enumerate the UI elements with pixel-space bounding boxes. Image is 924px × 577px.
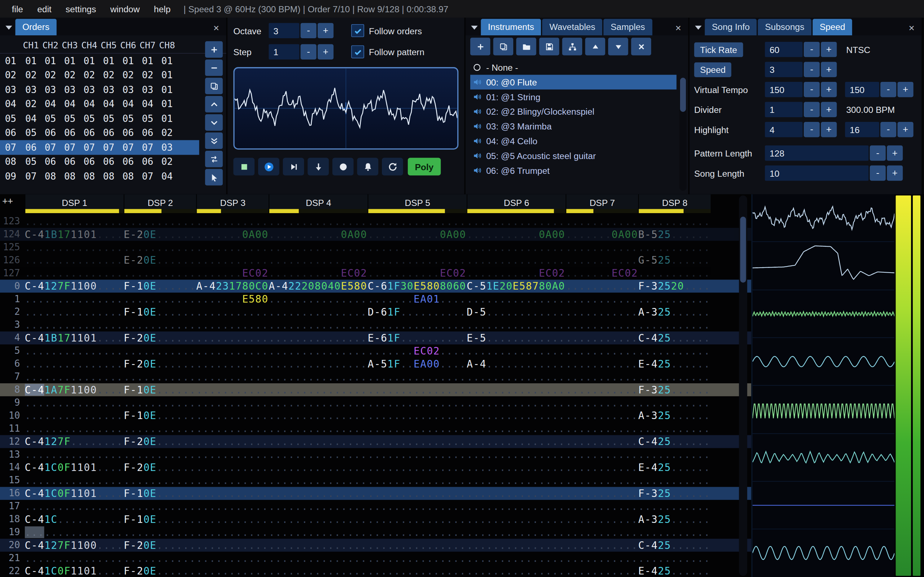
song-length-input[interactable]: 10: [765, 166, 868, 181]
pattern-cell[interactable]: ...........: [124, 500, 196, 513]
pattern-cell[interactable]: F-10E......: [124, 487, 196, 500]
pattern-cell[interactable]: ...........: [638, 396, 711, 409]
pattern-cell[interactable]: ...........: [565, 396, 638, 409]
pattern-cell[interactable]: ...........EC02: [268, 267, 367, 280]
order-cell[interactable]: 04: [99, 98, 118, 110]
order-cell[interactable]: 04: [138, 98, 157, 110]
scrollbar-thumb[interactable]: [740, 217, 746, 283]
pattern-cell[interactable]: ...........: [196, 357, 269, 371]
pattern-cell[interactable]: C-4127F........: [25, 435, 124, 448]
pattern-cell[interactable]: ...............: [25, 422, 124, 435]
pattern-cell[interactable]: ...........: [565, 422, 638, 435]
pattern-cell[interactable]: D-61F..........: [368, 305, 467, 318]
pattern-cell[interactable]: ...........: [124, 448, 196, 461]
metronome-button[interactable]: [357, 158, 378, 176]
pattern-cell[interactable]: E-425......: [638, 461, 711, 474]
order-cell[interactable]: 06: [41, 127, 60, 139]
pattern-cell[interactable]: ...........: [124, 241, 196, 254]
pattern-cell[interactable]: ...............: [467, 461, 565, 474]
channel-header-4[interactable]: DSP 4: [268, 194, 367, 213]
record-button[interactable]: [333, 158, 354, 176]
pattern-cell[interactable]: ...........: [196, 552, 269, 565]
order-cell[interactable]: 02: [118, 69, 138, 81]
order-cell[interactable]: 07: [138, 171, 157, 182]
instrument-item-none[interactable]: - None -: [470, 60, 677, 75]
order-cell[interactable]: 04: [79, 98, 99, 110]
pattern-cell[interactable]: ...........: [638, 422, 711, 435]
order-cell[interactable]: 02: [157, 127, 177, 139]
pattern-cell[interactable]: ...........: [196, 422, 269, 435]
save-button[interactable]: [539, 37, 559, 55]
order-cell[interactable]: 01: [157, 98, 177, 110]
pattern-cell[interactable]: ...............: [368, 254, 467, 267]
pattern-cell[interactable]: A-4............: [467, 357, 565, 371]
orders-row-03[interactable]: 030303030303030301: [0, 82, 199, 97]
order-cell[interactable]: 02: [79, 69, 99, 81]
pattern-cell[interactable]: ...............: [25, 318, 124, 331]
pattern-cell[interactable]: ...............: [268, 371, 367, 384]
pattern-cell[interactable]: ...............: [25, 474, 124, 487]
order-cell[interactable]: 06: [118, 127, 138, 139]
orders-row-09[interactable]: 090708080808080704: [0, 169, 199, 184]
pattern-cell[interactable]: ...............: [368, 461, 467, 474]
speed-increase-button[interactable]: +: [821, 62, 837, 77]
pattern-cell[interactable]: ...............: [368, 409, 467, 422]
instrument-item-05[interactable]: 05: @5 Acoustic steel guitar: [470, 148, 677, 163]
highlight-decrease-button[interactable]: -: [804, 122, 820, 137]
order-cell[interactable]: 01: [41, 55, 60, 66]
pattern-cell[interactable]: ...........: [565, 331, 638, 344]
pattern-cell[interactable]: ...........: [565, 526, 638, 539]
pattern-cell[interactable]: ...............: [268, 344, 367, 357]
order-cell[interactable]: 08: [79, 171, 99, 182]
pattern-cell[interactable]: C-4127F1100....: [25, 539, 124, 552]
pattern-cell[interactable]: ...............: [25, 292, 124, 305]
pattern-cell[interactable]: ...............: [25, 344, 124, 357]
pattern-cell[interactable]: A-325......: [638, 305, 711, 318]
tab-wavetables[interactable]: Wavetables: [543, 19, 603, 35]
divider-input[interactable]: 1: [765, 102, 802, 117]
pattern-cell[interactable]: ...............: [268, 552, 367, 565]
pattern-cell[interactable]: .......E580: [196, 292, 269, 305]
pattern-cell[interactable]: C-41C0F1101....: [25, 487, 124, 500]
pattern-cell[interactable]: C-51E20E58780A0: [467, 280, 565, 293]
pattern-cell[interactable]: F-20E......: [124, 565, 196, 577]
pattern-cell[interactable]: ...............: [268, 435, 367, 448]
pattern-cell[interactable]: ...........: [638, 500, 711, 513]
pattern-cell[interactable]: ...........: [124, 215, 196, 228]
pattern-cell[interactable]: E-61F..........: [368, 331, 467, 344]
pattern-cell[interactable]: ...........: [565, 384, 638, 396]
order-cell[interactable]: 04: [41, 98, 60, 110]
duplicate-to-end-button[interactable]: [205, 132, 223, 149]
orders-row-02[interactable]: 020202020202020201: [0, 68, 199, 82]
pattern-cell[interactable]: A-325......: [638, 409, 711, 422]
pattern-cell[interactable]: ...........: [196, 461, 269, 474]
order-cell[interactable]: 07: [99, 142, 118, 153]
pattern-cell[interactable]: ...........: [565, 539, 638, 552]
octave-input[interactable]: 3: [268, 23, 299, 38]
order-cell[interactable]: 06: [99, 156, 118, 167]
pattern-cell[interactable]: C-425......: [638, 539, 711, 552]
pattern-cell[interactable]: .......EC02: [196, 267, 269, 280]
order-cell[interactable]: 06: [79, 127, 99, 139]
pattern-cell[interactable]: ...............: [467, 422, 565, 435]
pattern-cell[interactable]: ...........: [565, 305, 638, 318]
pattern-cell[interactable]: F-20E......: [124, 461, 196, 474]
pattern-cell[interactable]: ...............: [268, 384, 367, 396]
pattern-cell[interactable]: ...............: [268, 526, 367, 539]
pattern-cell[interactable]: ...........0A00: [368, 228, 467, 241]
order-cell[interactable]: 02: [99, 69, 118, 81]
pattern-cell[interactable]: ...........: [565, 565, 638, 577]
pattern-cell[interactable]: F-32520....: [638, 280, 711, 293]
pattern-corner-buttons[interactable]: ++: [0, 194, 25, 213]
order-cell[interactable]: 01: [157, 113, 177, 124]
pattern-cell[interactable]: ...........: [565, 513, 638, 526]
pattern-cell[interactable]: ...........0A00: [467, 228, 565, 241]
pattern-cell[interactable]: ...............: [467, 448, 565, 461]
pattern-cell[interactable]: .......EC02....: [368, 344, 467, 357]
collapse-icon[interactable]: [693, 20, 703, 35]
pattern-cell[interactable]: F-20E......: [124, 435, 196, 448]
pattern-cell[interactable]: ...........: [565, 552, 638, 565]
channel-header-5[interactable]: DSP 5: [368, 194, 467, 213]
pattern-cell[interactable]: .......0A00: [565, 228, 638, 241]
order-cell[interactable]: 08: [41, 171, 60, 182]
